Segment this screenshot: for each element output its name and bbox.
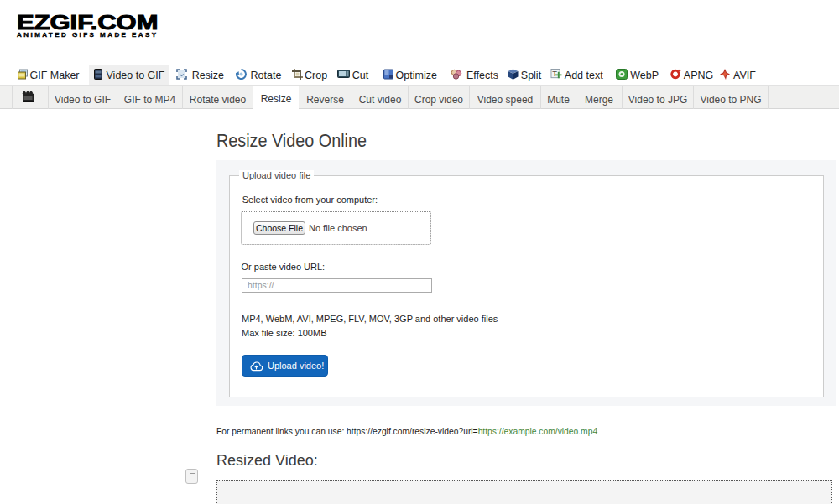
svg-text:T: T (552, 70, 557, 78)
